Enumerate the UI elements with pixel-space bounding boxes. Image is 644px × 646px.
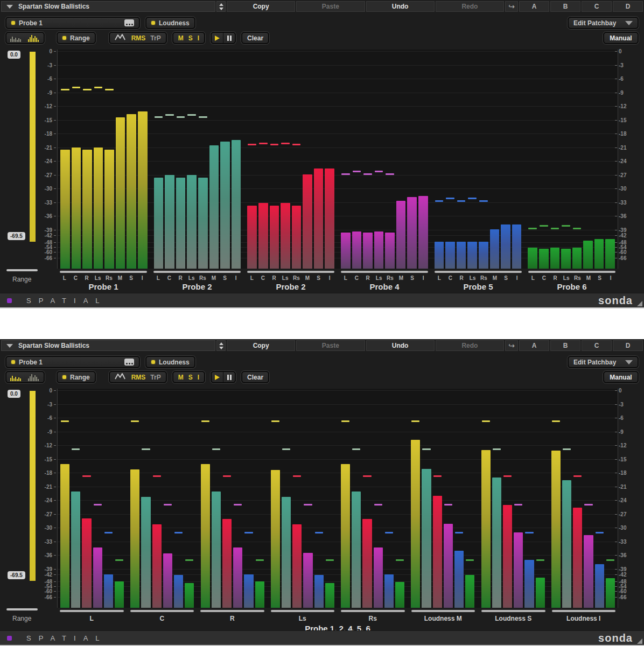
- channel-view-icon[interactable]: [27, 374, 40, 381]
- redo-button[interactable]: Redo: [436, 340, 504, 351]
- preset-stepper[interactable]: [216, 340, 226, 351]
- rms-button[interactable]: RMS: [131, 34, 146, 42]
- probe-selector[interactable]: Probe 1: [5, 17, 140, 29]
- return-arrow-icon: ↪: [508, 341, 515, 350]
- range-min-tag[interactable]: -69.5: [8, 232, 25, 240]
- copy-button[interactable]: Copy: [227, 1, 295, 12]
- preset-a-button[interactable]: A: [519, 1, 549, 12]
- meter-group-labels: LCRLsRsMSIProbe 1: [59, 271, 148, 291]
- meter-bar-column: [550, 50, 560, 269]
- meter-bar-column: [127, 50, 136, 269]
- manual-button[interactable]: Manual: [603, 32, 639, 44]
- trp-button[interactable]: TrP: [150, 34, 160, 42]
- input-button[interactable]: I: [198, 34, 199, 42]
- revert-button[interactable]: ↪: [505, 340, 518, 351]
- play-button[interactable]: [212, 33, 223, 43]
- manual-button[interactable]: Manual: [603, 371, 639, 383]
- preset-b-button[interactable]: B: [550, 340, 580, 351]
- meter-bar: [503, 505, 512, 608]
- db-tick-label: -30: [45, 186, 56, 192]
- clear-button[interactable]: Clear: [241, 371, 269, 383]
- window-title: Spartan Slow Ballistics: [18, 342, 89, 349]
- undo-button[interactable]: Undo: [366, 340, 435, 351]
- rms-button[interactable]: RMS: [131, 374, 146, 381]
- channel-view-icon[interactable]: [27, 34, 40, 42]
- peak-hold-mark: [457, 200, 466, 202]
- preset-b-button[interactable]: B: [550, 1, 580, 12]
- meter-bar-column: [281, 50, 290, 269]
- paste-button[interactable]: Paste: [296, 1, 365, 12]
- channel-label: I: [418, 275, 428, 281]
- play-icon: [215, 375, 220, 380]
- product-name: SPATIAL: [26, 634, 107, 642]
- loudness-toggle[interactable]: Loudness: [145, 17, 195, 29]
- peak-hold-mark: [396, 559, 404, 561]
- brand-dot-icon: [7, 298, 12, 303]
- range-slider[interactable]: [6, 608, 38, 610]
- preset-title-dropdown[interactable]: Spartan Slow Ballistics: [1, 340, 215, 351]
- probe-selector[interactable]: Probe 1: [5, 356, 140, 368]
- preset-a-button[interactable]: A: [519, 340, 549, 351]
- meter-bar: [465, 575, 474, 608]
- meter-bar: [572, 248, 582, 269]
- preset-c-button[interactable]: C: [582, 1, 612, 12]
- preset-d-button[interactable]: D: [613, 340, 643, 351]
- range-slider[interactable]: [6, 269, 38, 271]
- side-button[interactable]: S: [188, 34, 193, 42]
- peak-hold-mark: [165, 114, 174, 116]
- meter-bar-column: [384, 389, 394, 608]
- preset-d-button[interactable]: D: [613, 1, 643, 12]
- peak-hold-mark: [234, 504, 242, 505]
- play-button[interactable]: [212, 372, 223, 382]
- channel-label: Ls: [281, 275, 290, 281]
- channel-label: I: [137, 275, 147, 281]
- range-min-tag[interactable]: -69.5: [8, 571, 25, 579]
- preset-c-button[interactable]: C: [582, 340, 612, 351]
- trp-button[interactable]: TrP: [150, 374, 160, 381]
- range-max-tag[interactable]: 0.0: [8, 390, 20, 398]
- meter-bar-column: [292, 50, 302, 269]
- probe-view-icon[interactable]: [10, 34, 23, 42]
- input-button[interactable]: I: [198, 374, 199, 381]
- resize-handle[interactable]: [637, 638, 642, 644]
- mid-button[interactable]: M: [178, 374, 184, 381]
- peak-hold-mark: [72, 87, 81, 88]
- meter-bar: [411, 440, 420, 608]
- redo-button[interactable]: Redo: [436, 1, 504, 12]
- copy-button[interactable]: Copy: [227, 340, 295, 351]
- side-button[interactable]: S: [188, 374, 193, 381]
- range-toggle[interactable]: Range: [57, 371, 96, 383]
- meter-bar: [561, 249, 571, 269]
- meter-bar: [282, 497, 291, 608]
- undo-button[interactable]: Undo: [366, 1, 435, 12]
- pause-button[interactable]: [223, 33, 235, 43]
- clear-button[interactable]: Clear: [241, 32, 269, 44]
- meter-bar: [384, 574, 394, 608]
- meter-bar-column: [573, 389, 582, 608]
- loudness-toggle[interactable]: Loudness: [145, 356, 195, 368]
- meter-group: [153, 50, 242, 269]
- meter-group: [247, 50, 335, 269]
- resize-handle[interactable]: [637, 301, 642, 306]
- preset-title-dropdown[interactable]: Spartan Slow Ballistics: [1, 1, 215, 12]
- header-bar: Spartan Slow Ballistics Copy Paste Undo …: [0, 339, 644, 351]
- meter-bar: [154, 178, 164, 269]
- preset-stepper[interactable]: [216, 1, 226, 12]
- peak-hold-mark: [353, 171, 361, 172]
- revert-button[interactable]: ↪: [505, 1, 518, 12]
- meter-bar: [244, 574, 253, 608]
- meter-bar-column: [138, 50, 148, 269]
- db-tick-label: -42: [45, 572, 56, 578]
- patchbay-select[interactable]: Edit Patchbay: [568, 17, 639, 29]
- mid-button[interactable]: M: [178, 34, 184, 42]
- pause-button[interactable]: [223, 372, 235, 382]
- meter-group: [60, 389, 124, 608]
- range-max-tag[interactable]: 0.0: [8, 51, 20, 59]
- meter-bar-column: [385, 50, 395, 269]
- probe-view-icon[interactable]: [10, 374, 23, 381]
- peak-hold-mark: [363, 173, 372, 175]
- meter-bar-column: [258, 50, 268, 269]
- paste-button[interactable]: Paste: [296, 340, 365, 351]
- patchbay-select[interactable]: Edit Patchbay: [568, 356, 639, 368]
- range-toggle[interactable]: Range: [57, 32, 96, 44]
